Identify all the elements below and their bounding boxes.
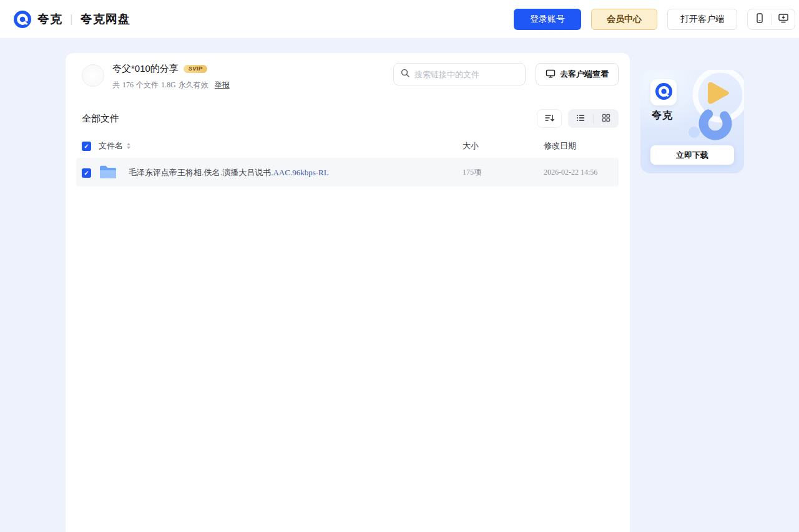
view-in-client-label: 去客户端查看: [560, 69, 609, 80]
folder-icon: [99, 165, 117, 180]
svip-badge: SVIP: [184, 65, 208, 73]
search-icon: [400, 68, 410, 80]
open-client-button[interactable]: 打开客户端: [667, 9, 737, 30]
view-mode-segmented: [568, 109, 619, 128]
column-size: 大小: [463, 140, 544, 152]
list-view-button[interactable]: [568, 109, 593, 128]
brand-area: 夸克 | 夸克网盘: [14, 11, 130, 28]
meta-prefix: 共: [112, 80, 120, 90]
file-name-main: 毛泽东评点帝王将相.佚名.演播大吕说书: [129, 168, 271, 177]
quark-logo-icon: [655, 83, 672, 102]
quark-logo-icon: [14, 11, 31, 28]
view-in-client-button[interactable]: 去客户端查看: [536, 63, 619, 85]
header-actions: 登录账号 会员中心 打开客户端: [514, 9, 795, 30]
total-size: 1.8G: [161, 80, 176, 90]
brand-divider: |: [70, 12, 73, 26]
file-name: 毛泽东评点帝王将相.佚名.演播大吕说书.AAC.96kbps-RL: [129, 167, 329, 178]
brand-name: 夸克: [37, 11, 62, 27]
share-card: 夸父*010的分享 SVIP 共 176 个文件 1.8G 永久有效 举报: [66, 53, 630, 532]
share-head: 夸父*010的分享 SVIP 共 176 个文件 1.8G 永久有效 举报: [82, 63, 619, 90]
file-name-cell: 毛泽东评点帝王将相.佚名.演播大吕说书.AAC.96kbps-RL: [99, 165, 463, 180]
list-view-icon: [576, 113, 586, 125]
validity-text: 永久有效: [179, 80, 208, 90]
product-name: 夸克网盘: [81, 11, 130, 27]
file-count: 176: [122, 80, 134, 90]
column-name[interactable]: 文件名: [99, 140, 463, 152]
desktop-app-button[interactable]: [772, 9, 795, 29]
column-name-label: 文件名: [99, 140, 123, 152]
monitor-download-icon: [778, 12, 789, 26]
phone-icon: [754, 12, 765, 26]
file-date: 2026-02-22 14:56: [544, 168, 619, 177]
search-box: [393, 63, 526, 85]
mobile-app-button[interactable]: [748, 9, 771, 29]
grid-view-icon: [601, 113, 611, 125]
search-input[interactable]: [414, 70, 519, 79]
avatar: [82, 64, 104, 87]
promo-illustration-icon: [668, 70, 744, 152]
app-download-group: [747, 9, 795, 30]
sort-button[interactable]: [537, 109, 562, 128]
download-now-button[interactable]: 立即下载: [650, 145, 734, 165]
select-all-cell: [82, 141, 91, 152]
vip-center-button[interactable]: 会员中心: [591, 9, 657, 30]
row-check-cell: [82, 167, 91, 178]
select-all-checkbox[interactable]: [82, 142, 91, 151]
meta-mid: 个文件: [136, 80, 159, 90]
share-text-block: 夸父*010的分享 SVIP 共 176 个文件 1.8G 永久有效 举报: [112, 63, 230, 90]
share-info: 夸父*010的分享 SVIP 共 176 个文件 1.8G 永久有效 举报: [82, 63, 230, 90]
monitor-icon: [546, 69, 556, 80]
promo-logo-tile: [650, 79, 677, 105]
promo-card: 夸克 立即下载: [640, 70, 744, 173]
share-actions: 去客户端查看: [393, 63, 619, 85]
share-title: 夸父*010的分享: [112, 63, 179, 75]
file-row[interactable]: 毛泽东评点帝王将相.佚名.演播大吕说书.AAC.96kbps-RL 175项 2…: [76, 158, 619, 186]
promo-brand: 夸克: [652, 109, 673, 122]
row-checkbox[interactable]: [82, 168, 91, 178]
view-controls: [537, 109, 619, 128]
name-sort-carets: [127, 143, 130, 149]
section-title: 全部文件: [82, 113, 119, 125]
share-title-row: 夸父*010的分享 SVIP: [112, 63, 230, 75]
sort-icon: [544, 112, 555, 125]
login-button[interactable]: 登录账号: [514, 9, 581, 30]
file-name-ext: .AAC.96kbps-RL: [271, 168, 328, 177]
column-date: 修改日期: [544, 140, 619, 152]
share-meta-row: 共 176 个文件 1.8G 永久有效 举报: [112, 80, 230, 90]
report-link[interactable]: 举报: [215, 80, 230, 90]
table-header: 文件名 大小 修改日期: [82, 140, 619, 152]
top-header: 夸克 | 夸克网盘 登录账号 会员中心 打开客户端: [0, 0, 799, 39]
files-toolbar: 全部文件: [82, 109, 619, 128]
grid-view-button[interactable]: [594, 109, 619, 128]
file-size: 175项: [463, 167, 544, 178]
